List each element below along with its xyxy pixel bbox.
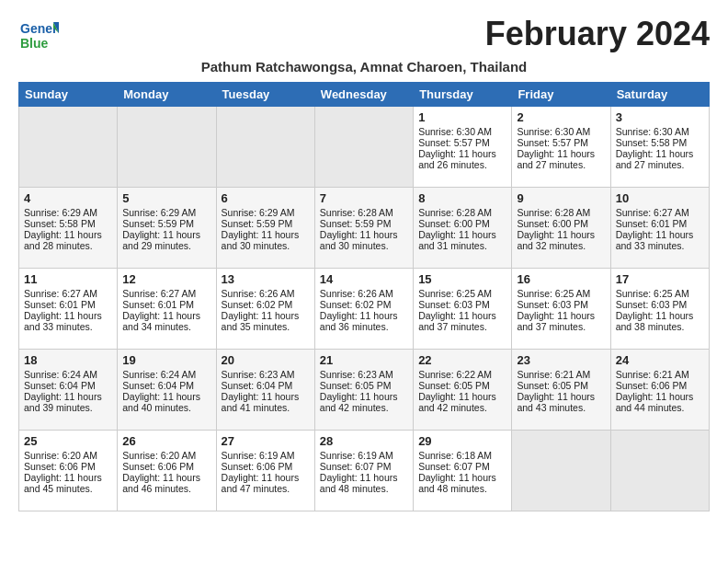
day-info: Sunrise: 6:23 AM xyxy=(222,369,310,380)
day-info: and 32 minutes. xyxy=(517,240,605,251)
day-info: and 48 minutes. xyxy=(320,483,408,494)
day-info: Sunset: 6:00 PM xyxy=(517,218,605,229)
day-info: Sunrise: 6:23 AM xyxy=(320,369,408,380)
day-info: and 44 minutes. xyxy=(616,402,704,413)
day-info: Sunset: 5:58 PM xyxy=(24,218,112,229)
week-row-4: 18Sunrise: 6:24 AMSunset: 6:04 PMDayligh… xyxy=(19,350,710,431)
day-info: and 48 minutes. xyxy=(418,483,506,494)
day-info: Daylight: 11 hours xyxy=(616,391,704,402)
day-info: Sunset: 6:05 PM xyxy=(320,380,408,391)
day-info: Sunset: 6:03 PM xyxy=(517,299,605,310)
calendar-cell: 10Sunrise: 6:27 AMSunset: 6:01 PMDayligh… xyxy=(610,188,709,269)
calendar-cell: 14Sunrise: 6:26 AMSunset: 6:02 PMDayligh… xyxy=(314,269,413,350)
calendar-cell xyxy=(314,107,413,188)
header: General Blue February 2024 xyxy=(18,15,710,55)
calendar-cell xyxy=(512,431,610,511)
day-info: Sunrise: 6:29 AM xyxy=(24,207,112,218)
day-info: Daylight: 11 hours xyxy=(24,310,112,321)
calendar-cell xyxy=(118,107,216,188)
calendar-cell: 9Sunrise: 6:28 AMSunset: 6:00 PMDaylight… xyxy=(512,188,610,269)
day-info: Sunrise: 6:22 AM xyxy=(418,369,506,380)
day-info: Sunset: 5:57 PM xyxy=(517,137,605,148)
day-info: Daylight: 11 hours xyxy=(222,310,310,321)
day-info: Sunset: 5:59 PM xyxy=(122,218,210,229)
day-info: Daylight: 11 hours xyxy=(517,229,605,240)
day-info: Daylight: 11 hours xyxy=(320,310,408,321)
day-info: and 42 minutes. xyxy=(320,402,408,413)
calendar-cell: 16Sunrise: 6:25 AMSunset: 6:03 PMDayligh… xyxy=(512,269,610,350)
day-info: Sunrise: 6:28 AM xyxy=(418,207,506,218)
day-info: Daylight: 11 hours xyxy=(418,148,506,159)
day-number: 15 xyxy=(418,272,506,286)
day-info: Sunset: 6:06 PM xyxy=(122,461,210,472)
day-info: and 39 minutes. xyxy=(24,402,112,413)
day-info: Sunrise: 6:30 AM xyxy=(616,126,704,137)
day-number: 27 xyxy=(222,434,310,448)
day-number: 26 xyxy=(122,434,210,448)
day-info: and 37 minutes. xyxy=(418,321,506,332)
day-info: and 30 minutes. xyxy=(320,240,408,251)
calendar-cell: 27Sunrise: 6:19 AMSunset: 6:06 PMDayligh… xyxy=(216,431,314,511)
day-info: Sunset: 6:01 PM xyxy=(24,299,112,310)
day-info: Sunset: 6:06 PM xyxy=(222,461,310,472)
calendar-cell: 25Sunrise: 6:20 AMSunset: 6:06 PMDayligh… xyxy=(19,431,118,511)
day-info: Sunset: 6:01 PM xyxy=(122,299,210,310)
weekday-thursday: Thursday xyxy=(414,83,512,107)
day-info: Sunset: 5:59 PM xyxy=(222,218,310,229)
calendar-cell: 4Sunrise: 6:29 AMSunset: 5:58 PMDaylight… xyxy=(19,188,118,269)
day-info: Sunrise: 6:30 AM xyxy=(418,126,506,137)
day-info: Daylight: 11 hours xyxy=(24,472,112,483)
weekday-sunday: Sunday xyxy=(19,83,118,107)
day-info: Sunset: 6:06 PM xyxy=(24,461,112,472)
calendar-cell: 8Sunrise: 6:28 AMSunset: 6:00 PMDaylight… xyxy=(414,188,512,269)
day-info: Sunrise: 6:28 AM xyxy=(517,207,605,218)
day-info: Daylight: 11 hours xyxy=(320,472,408,483)
day-info: and 28 minutes. xyxy=(24,240,112,251)
weekday-tuesday: Tuesday xyxy=(216,83,314,107)
calendar-cell: 28Sunrise: 6:19 AMSunset: 6:07 PMDayligh… xyxy=(314,431,413,511)
day-info: Daylight: 11 hours xyxy=(418,391,506,402)
day-info: Sunset: 6:05 PM xyxy=(517,380,605,391)
calendar-cell: 12Sunrise: 6:27 AMSunset: 6:01 PMDayligh… xyxy=(118,269,216,350)
calendar-cell: 21Sunrise: 6:23 AMSunset: 6:05 PMDayligh… xyxy=(314,350,413,431)
day-number: 10 xyxy=(616,191,704,205)
day-info: Daylight: 11 hours xyxy=(418,472,506,483)
day-number: 7 xyxy=(320,191,408,205)
day-number: 25 xyxy=(24,434,112,448)
day-info: and 40 minutes. xyxy=(122,402,210,413)
day-info: and 27 minutes. xyxy=(616,159,704,170)
day-info: and 30 minutes. xyxy=(222,240,310,251)
day-info: Daylight: 11 hours xyxy=(24,229,112,240)
day-info: Sunrise: 6:27 AM xyxy=(616,207,704,218)
day-info: Daylight: 11 hours xyxy=(517,391,605,402)
day-info: Sunrise: 6:28 AM xyxy=(320,207,408,218)
day-info: and 36 minutes. xyxy=(320,321,408,332)
day-number: 1 xyxy=(418,110,506,124)
day-info: Daylight: 11 hours xyxy=(517,310,605,321)
day-info: Daylight: 11 hours xyxy=(24,391,112,402)
day-info: Sunrise: 6:19 AM xyxy=(320,450,408,461)
day-number: 16 xyxy=(517,272,605,286)
day-number: 9 xyxy=(517,191,605,205)
calendar-cell: 24Sunrise: 6:21 AMSunset: 6:06 PMDayligh… xyxy=(610,350,709,431)
day-number: 22 xyxy=(418,353,506,367)
day-info: Sunset: 5:59 PM xyxy=(320,218,408,229)
calendar-cell: 1Sunrise: 6:30 AMSunset: 5:57 PMDaylight… xyxy=(414,107,512,188)
day-info: and 38 minutes. xyxy=(616,321,704,332)
day-info: Sunset: 5:58 PM xyxy=(616,137,704,148)
day-number: 12 xyxy=(122,272,210,286)
day-info: Daylight: 11 hours xyxy=(616,310,704,321)
day-info: Sunrise: 6:25 AM xyxy=(616,288,704,299)
day-info: Daylight: 11 hours xyxy=(122,472,210,483)
day-info: and 29 minutes. xyxy=(122,240,210,251)
day-info: Sunrise: 6:29 AM xyxy=(222,207,310,218)
day-info: Sunrise: 6:27 AM xyxy=(24,288,112,299)
day-number: 17 xyxy=(616,272,704,286)
day-info: Sunset: 6:04 PM xyxy=(24,380,112,391)
day-info: Daylight: 11 hours xyxy=(616,229,704,240)
day-info: Daylight: 11 hours xyxy=(517,148,605,159)
day-info: Sunset: 6:06 PM xyxy=(616,380,704,391)
calendar-cell: 6Sunrise: 6:29 AMSunset: 5:59 PMDaylight… xyxy=(216,188,314,269)
month-title: February 2024 xyxy=(485,15,710,53)
day-info: Sunset: 6:02 PM xyxy=(320,299,408,310)
